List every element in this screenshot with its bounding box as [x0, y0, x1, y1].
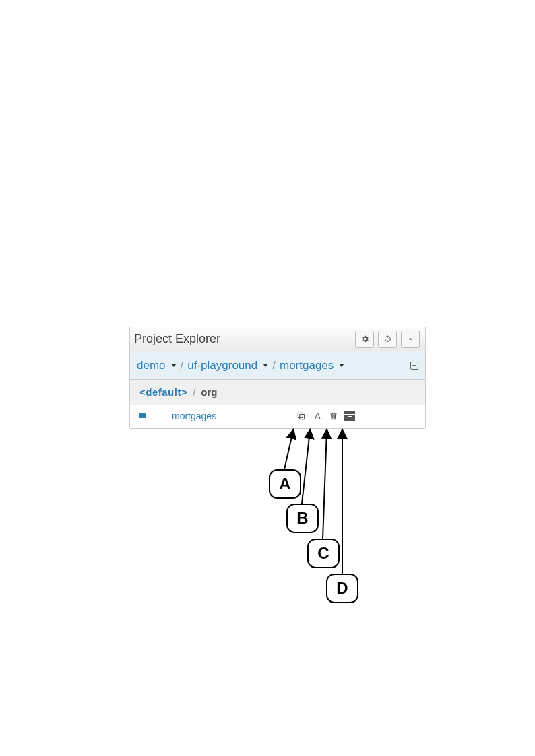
folder-row: mortgages	[130, 405, 425, 428]
path-bar: <default> / org	[130, 380, 425, 405]
breadcrumb-item-uf-playground[interactable]: uf-playground	[187, 359, 268, 372]
refresh-icon[interactable]	[378, 331, 397, 348]
panel-title: Project Explorer	[134, 332, 220, 346]
project-explorer-panel: Project Explorer demo / uf-playground	[129, 327, 426, 429]
breadcrumb-separator: /	[272, 359, 276, 372]
path-default-package[interactable]: <default>	[139, 386, 187, 398]
header-toolbar	[355, 331, 420, 348]
gear-icon[interactable]	[355, 331, 374, 348]
svg-rect-0	[300, 415, 305, 419]
breadcrumb-label: demo	[137, 359, 166, 372]
callout-b: B	[286, 504, 319, 533]
collapse-up-icon[interactable]	[401, 331, 420, 348]
chevron-down-icon	[339, 364, 344, 367]
copy-icon[interactable]	[296, 411, 307, 421]
callout-d: D	[326, 574, 358, 603]
breadcrumb: demo / uf-playground / mortgages	[137, 359, 344, 372]
svg-line-2	[284, 431, 293, 469]
delete-icon[interactable]	[328, 411, 339, 421]
svg-line-3	[302, 431, 310, 504]
archive-icon[interactable]	[344, 411, 355, 421]
panel-header: Project Explorer	[130, 327, 425, 351]
callout-a: A	[269, 469, 301, 499]
breadcrumb-item-demo[interactable]: demo	[137, 359, 177, 372]
svg-rect-1	[298, 413, 303, 417]
breadcrumb-label: mortgages	[280, 359, 334, 372]
folder-actions	[296, 411, 417, 421]
minus-icon[interactable]: −	[410, 362, 418, 370]
folder-name-link[interactable]: mortgages	[172, 411, 216, 421]
path-current: org	[201, 386, 217, 398]
breadcrumb-label: uf-playground	[187, 359, 257, 372]
breadcrumb-bar: demo / uf-playground / mortgages −	[130, 351, 425, 380]
rename-icon[interactable]	[312, 411, 323, 421]
folder-icon	[138, 411, 148, 421]
breadcrumb-separator: /	[181, 359, 184, 372]
svg-line-4	[323, 431, 327, 539]
chevron-down-icon	[171, 364, 177, 367]
path-separator: /	[193, 386, 195, 398]
callout-c: C	[307, 539, 340, 568]
breadcrumb-item-mortgages[interactable]: mortgages	[280, 359, 344, 372]
chevron-down-icon	[263, 364, 268, 367]
